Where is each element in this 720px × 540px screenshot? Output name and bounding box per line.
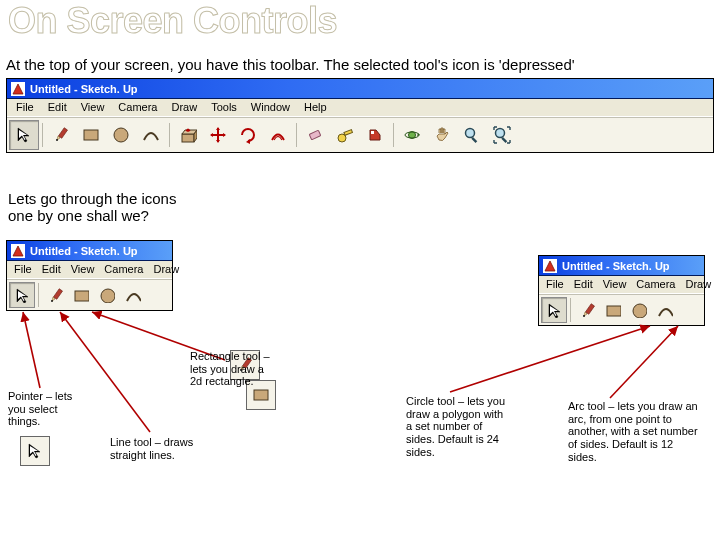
rectangle-tool[interactable] — [68, 282, 94, 308]
menu-view[interactable]: View — [67, 262, 99, 276]
svg-line-18 — [610, 326, 678, 398]
line-tool[interactable] — [46, 120, 76, 150]
intro-text: At the top of your screen, you have this… — [6, 56, 575, 73]
toolbar-separator — [393, 123, 394, 147]
menu-file[interactable]: File — [10, 262, 36, 276]
rotate-tool[interactable] — [233, 120, 263, 150]
window-title: Untitled - Sketch. Up — [562, 260, 670, 272]
note-line: Line tool – draws straight lines. — [110, 436, 200, 461]
paint-tool[interactable] — [360, 120, 390, 150]
rectangle-tool[interactable] — [76, 120, 106, 150]
menu-camera[interactable]: Camera — [112, 100, 163, 114]
note-arc: Arc tool – lets you draw an arc, from on… — [568, 400, 703, 463]
app-icon — [11, 82, 25, 96]
pointer-tool[interactable] — [9, 120, 39, 150]
menubar: File Edit View Camera Draw Tools Window … — [7, 99, 713, 117]
line-tool[interactable] — [42, 282, 68, 308]
push-pull-tool[interactable] — [173, 120, 203, 150]
pointer-tool-thumb — [20, 436, 50, 466]
menu-camera[interactable]: Camera — [632, 277, 679, 291]
titlebar: Untitled - Sketch. Up — [7, 241, 172, 261]
rectangle-icon — [252, 386, 270, 404]
rectangle-tool[interactable] — [600, 297, 626, 323]
menu-file[interactable]: File — [542, 277, 568, 291]
line-tool[interactable] — [574, 297, 600, 323]
window-title: Untitled - Sketch. Up — [30, 245, 138, 257]
pan-tool[interactable] — [427, 120, 457, 150]
app-icon — [543, 259, 557, 273]
move-tool[interactable] — [203, 120, 233, 150]
offset-tool[interactable] — [263, 120, 293, 150]
slide-title: On Screen Controls — [8, 2, 337, 40]
menu-edit[interactable]: Edit — [42, 100, 73, 114]
orbit-tool[interactable] — [397, 120, 427, 150]
arc-tool[interactable] — [120, 282, 146, 308]
svg-line-14 — [23, 312, 40, 388]
menu-draw[interactable]: Draw — [681, 277, 715, 291]
arc-tool[interactable] — [652, 297, 678, 323]
toolbar-separator — [38, 283, 39, 307]
menu-window[interactable]: Window — [245, 100, 296, 114]
toolbar — [7, 117, 713, 152]
eraser-tool[interactable] — [300, 120, 330, 150]
lead-line1: Lets go through the icons — [8, 190, 176, 207]
menubar: File Edit View Camera Draw — [7, 261, 172, 279]
toolbar-separator — [296, 123, 297, 147]
titlebar: Untitled - Sketch. Up — [539, 256, 704, 276]
note-pointer: Pointer – lets you select things. — [8, 390, 88, 428]
zoom-tool[interactable] — [457, 120, 487, 150]
menu-file[interactable]: File — [10, 100, 40, 114]
menu-help[interactable]: Help — [298, 100, 333, 114]
sketchup-window-right: Untitled - Sketch. Up File Edit View Cam… — [538, 255, 705, 326]
note-circle: Circle tool – lets you draw a polygon wi… — [406, 395, 506, 458]
toolbar — [539, 294, 704, 325]
circle-tool[interactable] — [106, 120, 136, 150]
pointer-tool[interactable] — [541, 297, 567, 323]
circle-tool[interactable] — [94, 282, 120, 308]
note-rect: Rectangle tool – lets you draw a 2d rect… — [190, 350, 275, 388]
lead-text: Lets go through the icons one by one sha… — [8, 190, 176, 225]
menu-camera[interactable]: Camera — [100, 262, 147, 276]
menu-draw[interactable]: Draw — [149, 262, 183, 276]
menu-draw[interactable]: Draw — [165, 100, 203, 114]
toolbar-separator — [169, 123, 170, 147]
menu-edit[interactable]: Edit — [38, 262, 65, 276]
toolbar — [7, 279, 172, 310]
toolbar-separator — [570, 298, 571, 322]
toolbar-separator — [42, 123, 43, 147]
zoom-extents-tool[interactable] — [487, 120, 517, 150]
menu-edit[interactable]: Edit — [570, 277, 597, 291]
pointer-icon — [26, 442, 44, 460]
menu-view[interactable]: View — [75, 100, 111, 114]
menu-tools[interactable]: Tools — [205, 100, 243, 114]
sketchup-window-left: Untitled - Sketch. Up File Edit View Cam… — [6, 240, 173, 311]
svg-line-17 — [450, 326, 650, 392]
menu-view[interactable]: View — [599, 277, 631, 291]
menubar: File Edit View Camera Draw — [539, 276, 704, 294]
lead-line2: one by one shall we? — [8, 207, 149, 224]
arc-tool[interactable] — [136, 120, 166, 150]
sketchup-window-large: Untitled - Sketch. Up File Edit View Cam… — [6, 78, 714, 153]
titlebar: Untitled - Sketch. Up — [7, 79, 713, 99]
app-icon — [11, 244, 25, 258]
window-title: Untitled - Sketch. Up — [30, 83, 138, 95]
tape-measure-tool[interactable] — [330, 120, 360, 150]
pointer-tool[interactable] — [9, 282, 35, 308]
circle-tool[interactable] — [626, 297, 652, 323]
